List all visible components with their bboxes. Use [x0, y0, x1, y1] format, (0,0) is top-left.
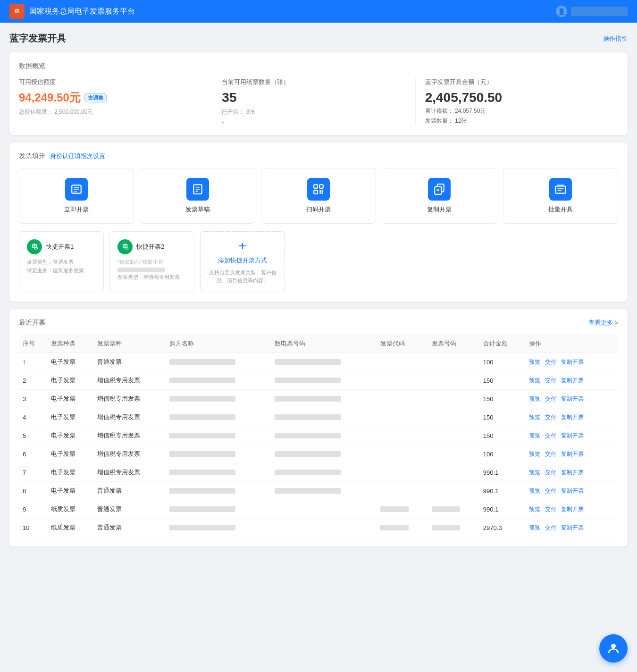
preview-btn[interactable]: 预览 — [529, 524, 540, 531]
copy-invoice-btn[interactable]: 复制开票 — [382, 168, 497, 224]
cell-ticket-type: 增值税专用发票 — [93, 390, 166, 408]
quick-1-detail: 发票类型：普通发票 特定业务：建筑服务发票 — [27, 258, 96, 275]
copy-invoice-action-btn[interactable]: 复制开票 — [561, 359, 584, 365]
available-tickets-item: 当前可用纸票数量（张） 35 已开具： 3张 - — [212, 78, 415, 126]
svg-rect-10 — [314, 190, 318, 194]
cell-invoice-code — [377, 500, 428, 519]
deliver-btn[interactable]: 交付 — [545, 506, 556, 512]
cell-buyer — [166, 427, 271, 445]
cell-invoice-code — [377, 353, 428, 371]
copy-invoice-action-btn[interactable]: 复制开票 — [561, 377, 584, 384]
identity-link[interactable]: 身份认证填报次设置 — [50, 152, 105, 160]
cell-digital-num — [271, 482, 377, 500]
cell-type: 电子发票 — [47, 390, 93, 408]
page-content: 蓝字发票开具 操作指引 数据概览 可用授信额度 94,249.50元 去调整 总… — [0, 23, 637, 563]
quick-2-detail: *橡胶制品*橡胶手套 发票类型：增值税专用发票 — [117, 258, 186, 281]
preview-btn[interactable]: 预览 — [529, 377, 540, 384]
total-credit: 总授信额度： 2,500,000.00元 — [19, 108, 202, 116]
deliver-btn[interactable]: 交付 — [545, 359, 556, 365]
col-invoice-code: 发票代码 — [377, 335, 428, 353]
copy-invoice-action-btn[interactable]: 复制开票 — [561, 451, 584, 457]
quick-invoice-2[interactable]: 电 快捷开票2 *橡胶制品*橡胶手套 发票类型：增值税专用发票 — [109, 231, 194, 292]
table-row: 8 电子发票 普通发票 990.1 预览 交付 复制开票 — [19, 482, 618, 500]
immediate-invoice-btn[interactable]: 立即开票 — [19, 168, 134, 224]
data-overview-card: 数据概览 可用授信额度 94,249.50元 去调整 总授信额度： 2,500,… — [9, 52, 628, 135]
cell-invoice-code — [377, 427, 428, 445]
add-quick-label: 添加快捷开票方式 — [218, 256, 267, 265]
add-quick-invoice-btn[interactable]: + 添加快捷开票方式 支持自定义发票类型、客户信息、项目信息等内容。 — [200, 231, 285, 292]
cell-amount: 990.1 — [479, 463, 525, 482]
adjust-tag[interactable]: 去调整 — [84, 93, 107, 102]
deliver-btn[interactable]: 交付 — [545, 414, 556, 420]
cell-ticket-type: 增值税专用发票 — [93, 463, 166, 482]
deliver-btn[interactable]: 交付 — [545, 487, 556, 494]
table-row: 6 电子发票 增值税专用发票 100 预览 交付 复制开票 — [19, 445, 618, 463]
deliver-btn[interactable]: 交付 — [545, 395, 556, 402]
scan-invoice-label: 扫码开票 — [306, 205, 331, 214]
cell-buyer — [166, 519, 271, 537]
quick-invoice-1[interactable]: 电 快捷开票1 发票类型：普通发票 特定业务：建筑服务发票 — [19, 231, 104, 292]
deliver-btn[interactable]: 交付 — [545, 451, 556, 457]
cell-digital-num — [271, 427, 377, 445]
cell-buyer — [166, 500, 271, 519]
page-title: 蓝字发票开具 — [9, 32, 66, 45]
cell-amount: 100 — [479, 353, 525, 371]
deliver-btn[interactable]: 交付 — [545, 524, 556, 531]
preview-btn[interactable]: 预览 — [529, 359, 540, 365]
cell-invoice-num — [428, 500, 479, 519]
preview-btn[interactable]: 预览 — [529, 469, 540, 476]
cell-id: 10 — [19, 519, 47, 537]
cell-digital-num — [271, 500, 377, 519]
cell-id: 7 — [19, 463, 47, 482]
operation-guide-link[interactable]: 操作指引 — [603, 34, 628, 43]
preview-btn[interactable]: 预览 — [529, 506, 540, 512]
cell-digital-num — [271, 445, 377, 463]
cell-digital-num — [271, 408, 377, 427]
cell-type: 电子发票 — [47, 353, 93, 371]
cell-amount: 150 — [479, 408, 525, 427]
header-title: 国家税务总局电子发票服务平台 — [29, 7, 135, 17]
cell-digital-num — [271, 463, 377, 482]
data-overview-title: 数据概览 — [19, 62, 618, 70]
available-tickets-value: 35 — [222, 90, 405, 105]
available-credit-value: 94,249.50元 去调整 — [19, 90, 202, 105]
deliver-btn[interactable]: 交付 — [545, 469, 556, 476]
cell-actions: 预览 交付 复制开票 — [525, 445, 618, 463]
copy-invoice-action-btn[interactable]: 复制开票 — [561, 524, 584, 531]
cell-buyer — [166, 408, 271, 427]
quick-1-icon: 电 — [27, 239, 42, 254]
cell-invoice-code — [377, 408, 428, 427]
copy-invoice-action-btn[interactable]: 复制开票 — [561, 432, 584, 439]
table-row: 4 电子发票 增值税专用发票 150 预览 交付 复制开票 — [19, 408, 618, 427]
cell-id: 4 — [19, 408, 47, 427]
view-more-link[interactable]: 查看更多 > — [588, 319, 618, 327]
deliver-btn[interactable]: 交付 — [545, 432, 556, 439]
cell-ticket-type: 普通发票 — [93, 482, 166, 500]
col-ticket-type: 发票票种 — [93, 335, 166, 353]
preview-btn[interactable]: 预览 — [529, 432, 540, 439]
draft-invoice-btn[interactable]: 发票草稿 — [140, 168, 255, 224]
blue-invoice-value: 2,405,750.50 — [425, 90, 609, 105]
cell-buyer — [166, 371, 271, 390]
cell-invoice-num — [428, 371, 479, 390]
header: 税 国家税务总局电子发票服务平台 👤 — [0, 0, 637, 23]
table-row: 7 电子发票 增值税专用发票 990.1 预览 交付 复制开票 — [19, 463, 618, 482]
draft-icon — [186, 178, 209, 201]
preview-btn[interactable]: 预览 — [529, 414, 540, 420]
cell-id: 2 — [19, 371, 47, 390]
deliver-btn[interactable]: 交付 — [545, 377, 556, 384]
cell-buyer — [166, 482, 271, 500]
preview-btn[interactable]: 预览 — [529, 395, 540, 402]
preview-btn[interactable]: 预览 — [529, 451, 540, 457]
cell-amount: 2970.3 — [479, 519, 525, 537]
copy-invoice-action-btn[interactable]: 复制开票 — [561, 506, 584, 512]
cell-actions: 预览 交付 复制开票 — [525, 408, 618, 427]
copy-invoice-action-btn[interactable]: 复制开票 — [561, 414, 584, 420]
svg-rect-8 — [314, 185, 318, 188]
copy-invoice-action-btn[interactable]: 复制开票 — [561, 395, 584, 402]
batch-invoice-btn[interactable]: 批量开具 — [503, 168, 618, 224]
copy-invoice-action-btn[interactable]: 复制开票 — [561, 469, 584, 476]
copy-invoice-action-btn[interactable]: 复制开票 — [561, 487, 584, 494]
scan-invoice-btn[interactable]: 扫码开票 — [261, 168, 376, 224]
preview-btn[interactable]: 预览 — [529, 487, 540, 494]
